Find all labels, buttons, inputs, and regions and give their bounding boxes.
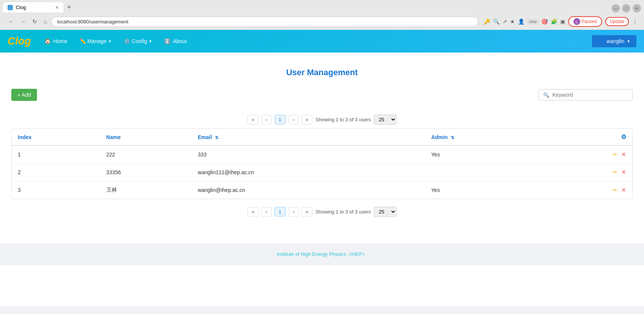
search-box: 🔍 <box>538 89 633 101</box>
delete-button-2[interactable]: ✕ <box>621 187 626 193</box>
search-icon: 🔍 <box>543 92 549 98</box>
navbar: Clog 🏠 Home ✏️ Manage ▼ ⚙️ Config ▼ ℹ️ A… <box>0 30 644 53</box>
edit-button-1[interactable]: ✏ <box>613 169 618 176</box>
brand-logo[interactable]: Clog <box>8 30 38 53</box>
cell-actions-2: ✏ ✕ <box>544 181 632 199</box>
pagination-top: « ‹ 1 › » Showing 1 to 3 of 3 users 25 5… <box>11 111 633 128</box>
next-page-button-top[interactable]: › <box>289 115 298 124</box>
url-text: localhost:8080/usermanagement <box>57 19 128 25</box>
col-admin[interactable]: Admin ⇅ <box>425 129 544 145</box>
cell-actions-1: ✏ ✕ <box>544 164 632 181</box>
manage-icon: ✏️ <box>80 38 86 44</box>
pagination-bottom: « ‹ 1 › » Showing 1 to 3 of 3 users 25 5… <box>11 203 633 221</box>
browser-tab[interactable]: Clog ✕ <box>3 2 63 12</box>
last-page-button-top[interactable]: » <box>301 115 312 124</box>
config-chevron-icon: ▼ <box>149 39 152 43</box>
nav-home[interactable]: 🏠 Home <box>38 31 73 51</box>
nav-config[interactable]: ⚙️ Config ▼ <box>118 31 158 51</box>
prev-page-button-bottom[interactable]: ‹ <box>261 207 271 217</box>
nav-manage-label: Manage <box>88 38 107 44</box>
email-sort-icon: ⇅ <box>215 135 218 140</box>
config-icon: ⚙️ <box>124 38 130 44</box>
share-icon: ↗ <box>503 19 507 25</box>
new-tab-button[interactable]: + <box>65 3 74 11</box>
user-table-container: Index Name Email ⇅ Admin ⇅ <box>11 128 633 199</box>
home-icon: 🏠 <box>45 38 51 44</box>
cell-actions-0: ✏ ✕ <box>544 145 632 164</box>
puzzle-icon: 🧩 <box>551 19 557 25</box>
tab-close-btn[interactable]: ✕ <box>55 5 59 10</box>
prev-page-button-top[interactable]: ‹ <box>261 115 271 124</box>
about-icon: ℹ️ <box>164 38 171 44</box>
delete-button-1[interactable]: ✕ <box>621 169 626 176</box>
browser-menu-icon[interactable]: ⋮ <box>632 18 638 25</box>
cell-admin-0: Yes <box>425 145 544 164</box>
forward-button[interactable]: → <box>18 17 28 26</box>
paused-button[interactable]: L Paused <box>568 16 603 27</box>
cell-index-1: 2 <box>12 164 100 181</box>
key-icon: 🔑 <box>484 19 490 25</box>
sidebar-icon: ▣ <box>560 19 565 25</box>
page-info-top: Showing 1 to 3 of 3 users <box>315 117 371 122</box>
back-button[interactable]: ← <box>6 17 16 26</box>
page-size-select-bottom[interactable]: 25 50 100 <box>374 207 397 217</box>
maximize-button[interactable]: □ <box>622 4 630 12</box>
footer-text: Institute of High Energy Physics（IHEP） <box>277 251 367 257</box>
cell-admin-2: Yes <box>425 181 544 199</box>
user-menu-button[interactable]: 👤 wanglin ▼ <box>592 35 636 47</box>
tab-favicon <box>8 5 13 10</box>
nav-home-label: Home <box>53 38 67 44</box>
col-index: Index <box>12 129 100 145</box>
cell-email-0: 333 <box>192 145 425 164</box>
manage-chevron-icon: ▼ <box>108 39 112 43</box>
page-1-button-bottom[interactable]: 1 <box>275 207 286 217</box>
table-header-row: Index Name Email ⇅ Admin ⇅ <box>12 129 632 145</box>
column-settings-icon[interactable]: ⚙ <box>621 134 626 140</box>
cell-admin-1 <box>425 164 544 181</box>
first-page-button-top[interactable]: « <box>247 115 258 124</box>
minimize-button[interactable]: — <box>612 4 620 12</box>
next-page-button-bottom[interactable]: › <box>289 207 298 217</box>
url-bar[interactable]: localhost:8080/usermanagement <box>51 17 478 27</box>
delete-button-0[interactable]: ✕ <box>621 151 626 158</box>
cell-email-2: wanglin@ihep.ac.cn <box>192 181 425 199</box>
home-nav-button[interactable]: ⌂ <box>41 17 49 26</box>
paused-avatar: L <box>573 18 580 25</box>
edit-button-2[interactable]: ✏ <box>613 187 618 193</box>
user-icon: 👤 <box>598 38 604 44</box>
main-content: User Management + Add 🔍 « ‹ 1 › » Showin… <box>0 53 644 228</box>
tab-title: Clog <box>16 5 26 10</box>
nav-config-label: Config <box>132 38 147 44</box>
user-label: wanglin <box>607 38 624 44</box>
col-name: Name <box>100 129 192 145</box>
admin-sort-icon: ⇅ <box>451 135 454 140</box>
user-chevron-icon: ▼ <box>627 39 630 43</box>
update-button[interactable]: Update <box>605 17 629 26</box>
cell-name-2: 王林 <box>100 181 192 199</box>
target-icon: 🎯 <box>541 19 548 25</box>
user-table: Index Name Email ⇅ Admin ⇅ <box>12 129 632 199</box>
nav-right: 👤 wanglin ▼ <box>592 35 636 47</box>
footer: Institute of High Energy Physics（IHEP） <box>0 243 644 265</box>
bookmark-icon: ★ <box>510 19 515 25</box>
search-input[interactable] <box>552 92 628 98</box>
table-row: 2 33356 wanglin111@ihep.ac.cn ✏ ✕ <box>12 164 632 181</box>
nav-manage[interactable]: ✏️ Manage ▼ <box>74 31 118 51</box>
zoom-icon: 🔍 <box>493 19 500 25</box>
page-1-button-top[interactable]: 1 <box>275 115 286 124</box>
first-page-button-bottom[interactable]: « <box>247 207 258 217</box>
cell-name-1: 33356 <box>100 164 192 181</box>
last-page-button-bottom[interactable]: » <box>301 207 312 217</box>
page-size-select-top[interactable]: 25 50 100 <box>374 114 397 125</box>
page-title: User Management <box>11 60 633 85</box>
col-email[interactable]: Email ⇅ <box>192 129 425 145</box>
close-button[interactable]: ✕ <box>633 4 641 12</box>
edit-button-0[interactable]: ✏ <box>613 151 618 158</box>
cmv-icon: cmv <box>527 19 538 25</box>
add-button[interactable]: + Add <box>11 89 37 101</box>
reload-button[interactable]: ↻ <box>30 17 39 26</box>
toolbar: + Add 🔍 <box>11 85 633 105</box>
nav-about[interactable]: ℹ️ About <box>158 31 193 51</box>
cell-index-2: 3 <box>12 181 100 199</box>
table-row: 3 王林 wanglin@ihep.ac.cn Yes ✏ ✕ <box>12 181 632 199</box>
